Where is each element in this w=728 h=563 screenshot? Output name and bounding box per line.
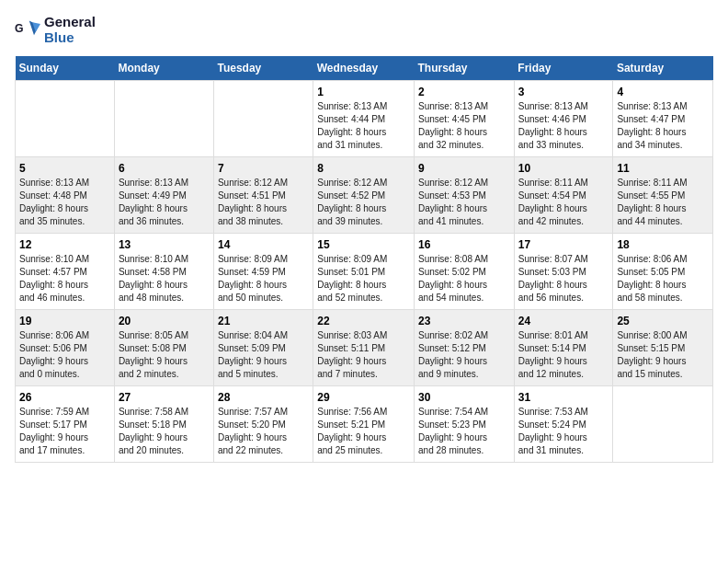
calendar-cell: 1Sunrise: 8:13 AM Sunset: 4:44 PM Daylig… <box>313 81 415 157</box>
column-header-tuesday: Tuesday <box>213 56 313 81</box>
calendar-cell: 13Sunrise: 8:10 AM Sunset: 4:58 PM Dayli… <box>114 234 213 310</box>
column-header-monday: Monday <box>114 56 213 81</box>
calendar-cell: 10Sunrise: 8:11 AM Sunset: 4:54 PM Dayli… <box>514 157 613 234</box>
day-number: 5 <box>19 162 110 175</box>
day-number: 4 <box>617 86 709 98</box>
day-number: 17 <box>518 238 609 251</box>
calendar-cell: 11Sunrise: 8:11 AM Sunset: 4:55 PM Dayli… <box>613 157 713 234</box>
week-row-1: 1Sunrise: 8:13 AM Sunset: 4:44 PM Daylig… <box>16 81 713 157</box>
calendar-cell: 12Sunrise: 8:10 AM Sunset: 4:57 PM Dayli… <box>16 234 115 310</box>
day-number: 30 <box>418 391 510 404</box>
calendar-cell: 27Sunrise: 7:58 AM Sunset: 5:18 PM Dayli… <box>114 386 213 463</box>
calendar-cell <box>114 81 213 157</box>
logo: G General Blue <box>15 15 96 45</box>
day-number: 31 <box>518 391 609 404</box>
day-info: Sunrise: 8:10 AM Sunset: 4:58 PM Dayligh… <box>119 253 210 304</box>
day-info: Sunrise: 8:00 AM Sunset: 5:15 PM Dayligh… <box>617 329 709 381</box>
svg-text:G: G <box>15 21 24 34</box>
calendar-cell <box>16 81 115 157</box>
day-number: 16 <box>418 238 510 251</box>
calendar-cell: 15Sunrise: 8:09 AM Sunset: 5:01 PM Dayli… <box>313 234 415 310</box>
calendar-cell: 20Sunrise: 8:05 AM Sunset: 5:08 PM Dayli… <box>114 310 213 386</box>
calendar-cell: 14Sunrise: 8:09 AM Sunset: 4:59 PM Dayli… <box>213 234 313 310</box>
day-info: Sunrise: 8:11 AM Sunset: 4:55 PM Dayligh… <box>617 177 709 228</box>
day-number: 26 <box>19 391 110 404</box>
logo-icon: G <box>15 17 40 43</box>
day-info: Sunrise: 8:07 AM Sunset: 5:03 PM Dayligh… <box>518 253 609 304</box>
week-row-5: 26Sunrise: 7:59 AM Sunset: 5:17 PM Dayli… <box>16 386 713 463</box>
day-info: Sunrise: 8:13 AM Sunset: 4:47 PM Dayligh… <box>617 100 709 152</box>
day-info: Sunrise: 8:12 AM Sunset: 4:51 PM Dayligh… <box>218 177 309 228</box>
calendar-cell: 2Sunrise: 8:13 AM Sunset: 4:45 PM Daylig… <box>415 81 515 157</box>
calendar-cell <box>213 81 313 157</box>
day-number: 25 <box>617 315 709 327</box>
day-number: 10 <box>518 162 609 175</box>
calendar-cell: 3Sunrise: 8:13 AM Sunset: 4:46 PM Daylig… <box>514 81 613 157</box>
calendar-cell: 24Sunrise: 8:01 AM Sunset: 5:14 PM Dayli… <box>514 310 613 386</box>
calendar-cell: 16Sunrise: 8:08 AM Sunset: 5:02 PM Dayli… <box>415 234 515 310</box>
column-header-thursday: Thursday <box>415 56 515 81</box>
day-number: 29 <box>317 391 410 404</box>
day-info: Sunrise: 7:59 AM Sunset: 5:17 PM Dayligh… <box>19 406 110 457</box>
day-number: 7 <box>218 162 309 175</box>
day-number: 23 <box>418 315 510 327</box>
calendar-cell: 21Sunrise: 8:04 AM Sunset: 5:09 PM Dayli… <box>213 310 313 386</box>
calendar-cell: 8Sunrise: 8:12 AM Sunset: 4:52 PM Daylig… <box>313 157 415 234</box>
day-number: 14 <box>218 238 309 251</box>
week-row-4: 19Sunrise: 8:06 AM Sunset: 5:06 PM Dayli… <box>16 310 713 386</box>
day-number: 15 <box>317 238 410 251</box>
day-info: Sunrise: 8:13 AM Sunset: 4:45 PM Dayligh… <box>418 100 510 152</box>
page-header: G General Blue <box>15 15 713 45</box>
day-number: 11 <box>617 162 709 175</box>
calendar-cell: 22Sunrise: 8:03 AM Sunset: 5:11 PM Dayli… <box>313 310 415 386</box>
day-info: Sunrise: 8:03 AM Sunset: 5:11 PM Dayligh… <box>317 329 410 381</box>
day-info: Sunrise: 8:12 AM Sunset: 4:53 PM Dayligh… <box>418 177 510 228</box>
day-number: 27 <box>119 391 210 404</box>
day-number: 13 <box>119 238 210 251</box>
calendar-table: SundayMondayTuesdayWednesdayThursdayFrid… <box>15 56 713 463</box>
day-info: Sunrise: 7:58 AM Sunset: 5:18 PM Dayligh… <box>119 406 210 457</box>
calendar-cell: 18Sunrise: 8:06 AM Sunset: 5:05 PM Dayli… <box>613 234 713 310</box>
day-number: 6 <box>119 162 210 175</box>
day-number: 24 <box>518 315 609 327</box>
day-info: Sunrise: 8:11 AM Sunset: 4:54 PM Dayligh… <box>518 177 609 228</box>
calendar-cell: 5Sunrise: 8:13 AM Sunset: 4:48 PM Daylig… <box>16 157 115 234</box>
calendar-cell: 28Sunrise: 7:57 AM Sunset: 5:20 PM Dayli… <box>213 386 313 463</box>
day-number: 22 <box>317 315 410 327</box>
calendar-cell: 4Sunrise: 8:13 AM Sunset: 4:47 PM Daylig… <box>613 81 713 157</box>
day-info: Sunrise: 8:08 AM Sunset: 5:02 PM Dayligh… <box>418 253 510 304</box>
day-info: Sunrise: 8:02 AM Sunset: 5:12 PM Dayligh… <box>418 329 510 381</box>
day-info: Sunrise: 8:04 AM Sunset: 5:09 PM Dayligh… <box>218 329 309 381</box>
day-info: Sunrise: 8:06 AM Sunset: 5:06 PM Dayligh… <box>19 329 110 381</box>
calendar-header-row: SundayMondayTuesdayWednesdayThursdayFrid… <box>16 56 713 81</box>
day-info: Sunrise: 7:56 AM Sunset: 5:21 PM Dayligh… <box>317 406 410 457</box>
calendar-cell: 17Sunrise: 8:07 AM Sunset: 5:03 PM Dayli… <box>514 234 613 310</box>
day-number: 28 <box>218 391 309 404</box>
day-info: Sunrise: 8:09 AM Sunset: 4:59 PM Dayligh… <box>218 253 309 304</box>
day-info: Sunrise: 7:57 AM Sunset: 5:20 PM Dayligh… <box>218 406 309 457</box>
day-info: Sunrise: 8:05 AM Sunset: 5:08 PM Dayligh… <box>119 329 210 381</box>
day-number: 9 <box>418 162 510 175</box>
day-number: 1 <box>317 86 410 98</box>
logo-text: General Blue <box>44 15 96 45</box>
day-info: Sunrise: 8:12 AM Sunset: 4:52 PM Dayligh… <box>317 177 410 228</box>
day-info: Sunrise: 8:13 AM Sunset: 4:44 PM Dayligh… <box>317 100 410 152</box>
day-info: Sunrise: 8:13 AM Sunset: 4:48 PM Dayligh… <box>19 177 110 228</box>
calendar-cell: 23Sunrise: 8:02 AM Sunset: 5:12 PM Dayli… <box>415 310 515 386</box>
calendar-cell: 9Sunrise: 8:12 AM Sunset: 4:53 PM Daylig… <box>415 157 515 234</box>
day-number: 12 <box>19 238 110 251</box>
calendar-cell: 25Sunrise: 8:00 AM Sunset: 5:15 PM Dayli… <box>613 310 713 386</box>
day-info: Sunrise: 8:13 AM Sunset: 4:46 PM Dayligh… <box>518 100 609 152</box>
calendar-cell: 30Sunrise: 7:54 AM Sunset: 5:23 PM Dayli… <box>415 386 515 463</box>
day-info: Sunrise: 8:13 AM Sunset: 4:49 PM Dayligh… <box>119 177 210 228</box>
day-number: 3 <box>518 86 609 98</box>
day-info: Sunrise: 8:06 AM Sunset: 5:05 PM Dayligh… <box>617 253 709 304</box>
day-info: Sunrise: 8:01 AM Sunset: 5:14 PM Dayligh… <box>518 329 609 381</box>
column-header-sunday: Sunday <box>16 56 115 81</box>
calendar-cell: 29Sunrise: 7:56 AM Sunset: 5:21 PM Dayli… <box>313 386 415 463</box>
column-header-saturday: Saturday <box>613 56 713 81</box>
week-row-3: 12Sunrise: 8:10 AM Sunset: 4:57 PM Dayli… <box>16 234 713 310</box>
calendar-cell: 31Sunrise: 7:53 AM Sunset: 5:24 PM Dayli… <box>514 386 613 463</box>
day-info: Sunrise: 7:53 AM Sunset: 5:24 PM Dayligh… <box>518 406 609 457</box>
day-number: 19 <box>19 315 110 327</box>
